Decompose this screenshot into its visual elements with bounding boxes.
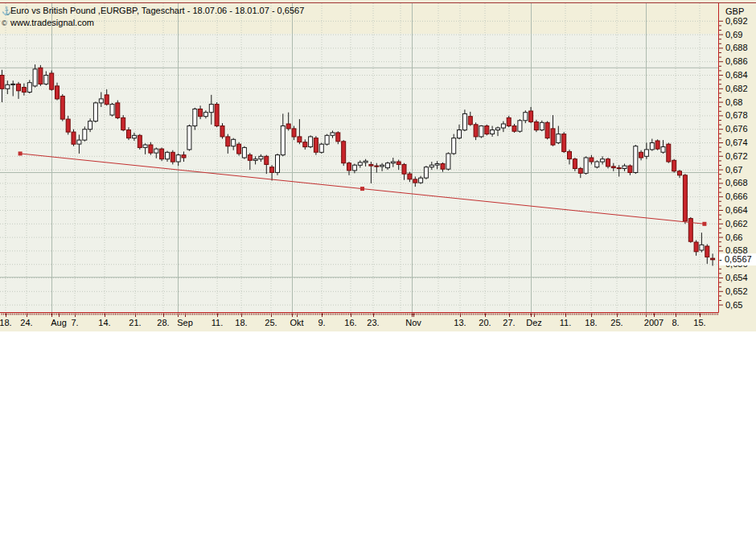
x-axis-label: 11.: [560, 318, 571, 327]
candle: [237, 142, 241, 156]
trendline-handle-start[interactable]: [18, 151, 23, 155]
candle: [655, 139, 659, 150]
y-axis-label: 0,668: [725, 178, 748, 187]
candle: [319, 143, 323, 154]
candle: [634, 145, 638, 174]
y-axis-label: 0,688: [725, 43, 748, 52]
candle: [667, 143, 671, 163]
chart-title: Euro vs British Pound ,EURGBP, Tageschar…: [10, 6, 304, 15]
y-axis-label: 0,69: [725, 30, 742, 39]
y-axis-label: 0,664: [725, 205, 748, 215]
candle: [138, 134, 142, 150]
x-axis-label: 24.: [20, 318, 32, 327]
watermark-row: ©www.tradesignal.com: [2, 18, 94, 27]
candle: [39, 65, 43, 86]
x-axis-label: 2007: [644, 318, 664, 327]
x-axis-label: 15.: [693, 318, 705, 327]
x-axis-label: Nov: [405, 318, 421, 327]
candle: [545, 121, 549, 140]
candle: [562, 132, 566, 153]
y-axis-label: 0,652: [725, 286, 748, 296]
candle: [518, 119, 522, 133]
x-axis-label: 28.: [157, 318, 169, 327]
x-axis-label: 9.: [318, 318, 325, 327]
candle: [606, 158, 610, 168]
x-axis-label: 18.: [585, 318, 597, 327]
x-axis-label: 8.: [672, 318, 679, 327]
chart-panel: ⚓Euro vs British Pound ,EURGBP, Tagescha…: [0, 0, 756, 331]
candle: [342, 140, 346, 166]
chart-svg: [0, 0, 756, 331]
current-price-value: 0,6567: [725, 254, 752, 264]
candle: [60, 94, 64, 121]
candle: [534, 120, 538, 132]
x-axis-label: 11.: [212, 318, 223, 327]
candle: [50, 71, 54, 91]
tradesignal-chart-window: ⚓Euro vs British Pound ,EURGBP, Tagescha…: [0, 0, 756, 535]
y-axis-label: 0,674: [725, 138, 748, 147]
candle: [540, 121, 544, 131]
candle: [110, 103, 114, 117]
x-axis-label: 20.: [479, 318, 491, 327]
candle: [121, 115, 125, 131]
y-axis-label: 0,65: [725, 300, 742, 310]
y-axis-label: 0,684: [725, 70, 748, 80]
candle: [160, 147, 164, 161]
x-axis-label: 21.: [129, 318, 141, 327]
candle: [683, 174, 687, 224]
y-axis-label: 0,67: [725, 165, 742, 175]
candle: [242, 146, 246, 159]
chart-title-row: ⚓Euro vs British Pound ,EURGBP, Tagescha…: [2, 6, 304, 15]
x-axis-label: Okt: [290, 318, 303, 327]
candle: [424, 166, 428, 179]
trendline-handle-mid[interactable]: [360, 187, 364, 191]
candle: [276, 154, 280, 175]
watermark-url: www.tradesignal.com: [10, 18, 94, 27]
current-price-tag: -0,6567: [719, 253, 756, 265]
candle: [314, 136, 318, 155]
candle: [72, 130, 76, 146]
y-axis-label: 0,666: [725, 191, 748, 201]
x-axis-label: 25.: [265, 318, 277, 327]
y-axis-label: 0,662: [725, 219, 748, 228]
x-axis-label: 13.: [454, 318, 466, 327]
y-axis-label: 0,692: [725, 16, 748, 26]
candle: [507, 116, 511, 127]
y-axis-label: 0,678: [725, 110, 748, 120]
x-axis-label: Dez: [526, 318, 542, 327]
y-axis-label: 0,66: [725, 233, 742, 242]
candle: [479, 126, 483, 138]
x-axis-label: 25.: [610, 318, 622, 327]
price-tick-dash: -: [719, 253, 725, 265]
candle: [688, 217, 692, 243]
candle: [187, 125, 191, 151]
candle: [215, 102, 219, 127]
trendline-handle-end[interactable]: [702, 222, 706, 226]
x-axis-label: 23.: [367, 318, 379, 327]
candle: [584, 156, 588, 175]
y-axis-label: 0,654: [725, 273, 748, 282]
x-axis-label: 18.: [0, 318, 12, 327]
y-axis-label: 0,686: [725, 56, 748, 66]
copyright-icon: ©: [2, 19, 10, 27]
x-axis-label: Sep: [177, 318, 193, 327]
instrument-icon: ⚓: [2, 6, 10, 15]
x-axis-label: 27.: [503, 318, 515, 327]
candle: [485, 125, 489, 136]
candle: [325, 134, 329, 146]
y-axis-label: 0,676: [725, 124, 748, 134]
candle: [595, 160, 599, 168]
price-plot[interactable]: [0, 0, 756, 331]
candle: [672, 159, 676, 173]
candle: [446, 152, 450, 171]
x-axis-label: 16.: [344, 318, 356, 327]
candle: [220, 123, 224, 138]
candle: [93, 101, 97, 122]
y-axis-label: 0,672: [725, 151, 748, 161]
x-axis-label: 7.: [71, 318, 78, 327]
x-axis-label: 14.: [98, 318, 110, 327]
x-axis-label: Aug: [51, 318, 67, 327]
y-axis-label: 0,682: [725, 84, 748, 93]
y-axis-unit-label: GBP: [725, 6, 744, 16]
x-axis-label: 18.: [235, 318, 247, 327]
